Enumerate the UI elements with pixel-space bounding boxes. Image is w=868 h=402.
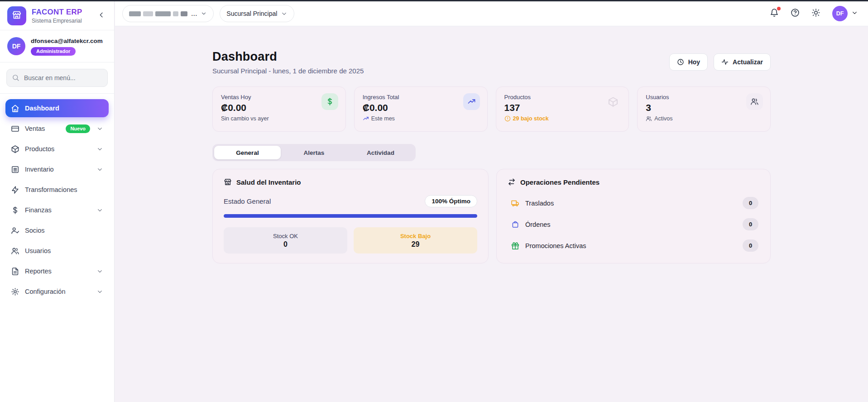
dollar-icon	[321, 93, 338, 110]
brand-header: FACONT ERP Sistema Empresarial	[0, 1, 114, 30]
alert-circle-icon	[504, 115, 511, 122]
nuevo-badge: Nuevo	[66, 124, 90, 133]
chevron-down-icon	[96, 125, 103, 132]
menu-search-input[interactable]	[6, 69, 108, 87]
topbar-avatar: DF	[832, 6, 848, 21]
ops-count-badge: 0	[743, 197, 758, 209]
users-icon	[11, 247, 19, 255]
stock-box-value: 0	[283, 240, 288, 249]
sidebar-item-label: Dashboard	[25, 105, 103, 112]
ops-row-traslados: Traslados0	[508, 192, 759, 214]
sun-icon	[811, 8, 820, 19]
user-avatar: DF	[7, 37, 25, 55]
chevron-down-icon	[201, 10, 207, 17]
sidebar-item-transformaciones[interactable]: Transformaciones	[5, 181, 109, 199]
sidebar-item-productos[interactable]: Productos	[5, 140, 109, 158]
package-icon	[11, 145, 19, 153]
stat-value: ₡0.00	[363, 102, 479, 113]
sidebar-item-socios[interactable]: Socios	[5, 221, 109, 239]
branch-selector[interactable]: Sucursal Principal	[220, 5, 294, 22]
notifications-button[interactable]	[770, 8, 779, 19]
settings-icon	[11, 287, 19, 296]
sidebar-item-finanzas[interactable]: Finanzas	[5, 201, 109, 219]
sidebar-nav: DashboardVentasNuevoProductosInventarioT…	[0, 94, 114, 402]
dollar-icon	[11, 206, 19, 215]
tab-general[interactable]: General	[214, 146, 281, 159]
store-icon	[12, 10, 22, 22]
user-role-badge: Administrador	[31, 47, 76, 56]
refresh-button[interactable]: Actualizar	[714, 53, 771, 71]
stat-cards: Ventas Hoy₡0.00Sin cambio vs ayerIngreso…	[212, 86, 771, 132]
inventory-health-card: Salud del Inventario Estado General 100%…	[212, 169, 489, 263]
user-check-icon	[11, 226, 19, 235]
optimo-badge: 100% Óptimo	[425, 195, 477, 207]
sidebar: FACONT ERP Sistema Empresarial DF dfonse…	[0, 1, 115, 402]
sidebar-item-configuracion[interactable]: Configuración	[5, 282, 109, 301]
search-icon	[12, 74, 19, 83]
sidebar-item-label: Socios	[25, 227, 103, 234]
stat-subtext: Este mes	[363, 115, 479, 122]
stat-label: Ventas Hoy	[221, 94, 337, 100]
users-icon	[646, 115, 652, 122]
stock-box-stock-bajo: Stock Bajo29	[354, 227, 477, 254]
dashboard-tabs: GeneralAlertasActividad	[212, 144, 416, 161]
chevron-down-icon	[281, 10, 288, 17]
ops-count-badge: 0	[743, 218, 758, 230]
pending-operations-card: Operaciones Pendientes Traslados0Órdenes…	[496, 169, 771, 263]
stat-label: Productos	[504, 94, 621, 100]
sidebar-item-label: Transformaciones	[25, 186, 103, 193]
sidebar-item-dashboard[interactable]: Dashboard	[5, 99, 109, 117]
sidebar-item-label: Ventas	[25, 125, 60, 132]
activity-icon	[721, 58, 729, 66]
sidebar-item-label: Finanzas	[25, 206, 91, 214]
stat-value: ₡0.00	[221, 102, 337, 113]
stock-box-label: Stock Bajo	[400, 233, 431, 239]
redacted-text-blocks	[129, 11, 187, 16]
clock-icon	[677, 58, 684, 66]
sidebar-item-label: Productos	[25, 145, 91, 153]
inventory-health-title: Salud del Inventario	[236, 178, 301, 186]
store-icon	[224, 178, 232, 186]
chevron-down-icon	[851, 10, 858, 18]
ops-row-label: Promociones Activas	[525, 242, 743, 249]
stock-box-stock-ok: Stock OK0	[224, 227, 347, 254]
notification-dot	[777, 7, 781, 10]
sidebar-item-label: Configuración	[25, 288, 91, 295]
ops-row-órdenes: Órdenes0	[508, 214, 759, 235]
inventory-progress-fill	[224, 214, 477, 218]
app-subtitle: Sistema Empresarial	[32, 18, 91, 24]
sidebar-item-ventas[interactable]: VentasNuevo	[5, 120, 109, 138]
stat-label: Ingresos Total	[363, 94, 479, 100]
stat-label: Usuarios	[646, 94, 762, 100]
main-content: Dashboard Sucursal Principal - lunes, 1 …	[115, 26, 868, 402]
trending-up-icon	[463, 93, 480, 110]
sidebar-item-label: Reportes	[25, 268, 91, 275]
redacted-dropdown[interactable]: ...	[122, 5, 214, 22]
tab-alertas[interactable]: Alertas	[281, 146, 347, 159]
stat-subtext: 29 bajo stock	[504, 115, 621, 122]
tab-actividad[interactable]: Actividad	[347, 146, 414, 159]
home-icon	[11, 104, 19, 113]
chevron-down-icon	[96, 166, 103, 173]
sidebar-item-reportes[interactable]: Reportes	[5, 262, 109, 280]
sidebar-item-usuarios[interactable]: Usuarios	[5, 242, 109, 260]
credit-card-icon	[11, 124, 19, 133]
pending-operations-title: Operaciones Pendientes	[520, 178, 599, 186]
sidebar-item-inventario[interactable]: Inventario	[5, 160, 109, 178]
stat-card-ventas-hoy: Ventas Hoy₡0.00Sin cambio vs ayer	[212, 86, 346, 132]
today-button[interactable]: Hoy	[669, 53, 708, 71]
chevron-down-icon	[96, 288, 103, 295]
stat-card-usuarios: Usuarios3Activos	[637, 86, 771, 132]
stat-card-ingresos-total: Ingresos Total₡0.00Este mes	[354, 86, 488, 132]
shopping-bag-icon	[511, 220, 519, 229]
page-subtitle: Sucursal Principal - lunes, 1 de diciemb…	[212, 67, 364, 75]
help-button[interactable]	[791, 8, 800, 19]
stat-value: 3	[646, 102, 762, 113]
theme-toggle-button[interactable]	[811, 8, 820, 19]
sidebar-collapse-button[interactable]	[96, 10, 107, 22]
ops-count-badge: 0	[743, 239, 758, 252]
ops-row-label: Traslados	[525, 200, 743, 207]
account-menu[interactable]: DF	[832, 6, 858, 21]
zap-icon	[11, 186, 19, 194]
user-card: DF dfonseca@alfatekcr.com Administrador	[0, 30, 114, 62]
